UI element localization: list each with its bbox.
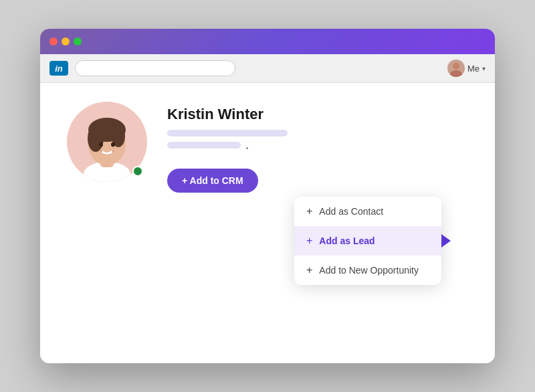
url-bar[interactable]	[75, 60, 235, 76]
profile-info: Kristin Winter + Add to CRM	[167, 102, 468, 193]
plus-icon-opp: +	[306, 264, 312, 276]
avatar	[447, 60, 465, 77]
add-lead-label: Add as Lead	[319, 235, 374, 246]
me-menu[interactable]: Me ▾	[447, 60, 486, 77]
separator-dot	[246, 147, 248, 149]
svg-point-7	[88, 125, 104, 152]
profile-section: Kristin Winter + Add to CRM	[67, 102, 468, 193]
profile-name: Kristin Winter	[167, 106, 468, 123]
avatar-container	[67, 102, 147, 182]
me-label: Me	[467, 64, 479, 74]
info-row	[167, 142, 468, 154]
info-bar-title	[167, 130, 288, 136]
svg-point-10	[111, 142, 115, 147]
browser-window: in Me ▾	[40, 29, 495, 363]
browser-chrome: in Me ▾	[40, 54, 495, 83]
add-opportunity-label: Add to New Opportunity	[319, 265, 419, 276]
add-to-crm-button[interactable]: + Add to CRM	[167, 169, 258, 193]
action-area: + Add to CRM	[167, 169, 468, 193]
dropdown-menu: + Add as Contact + Add as Lead + Add to …	[294, 197, 441, 285]
titlebar	[40, 29, 495, 54]
close-button[interactable]	[49, 37, 58, 45]
svg-point-0	[453, 63, 459, 70]
info-bar-sub	[167, 142, 241, 149]
page-content: Kristin Winter + Add to CRM + Add as Con…	[40, 83, 495, 363]
maximize-button[interactable]	[74, 37, 82, 45]
svg-point-9	[99, 142, 103, 147]
add-contact-item[interactable]: + Add as Contact	[294, 197, 441, 226]
traffic-lights	[49, 37, 82, 45]
minimize-button[interactable]	[62, 37, 70, 45]
svg-point-1	[450, 70, 462, 77]
add-lead-item[interactable]: + Add as Lead	[294, 226, 441, 256]
add-opportunity-item[interactable]: + Add to New Opportunity	[294, 256, 441, 285]
chevron-down-icon: ▾	[482, 65, 486, 72]
plus-icon: +	[306, 205, 312, 217]
linkedin-logo-icon: in	[49, 61, 68, 76]
plus-icon-lead: +	[306, 235, 312, 247]
add-contact-label: Add as Contact	[319, 206, 383, 217]
online-indicator	[132, 166, 143, 177]
